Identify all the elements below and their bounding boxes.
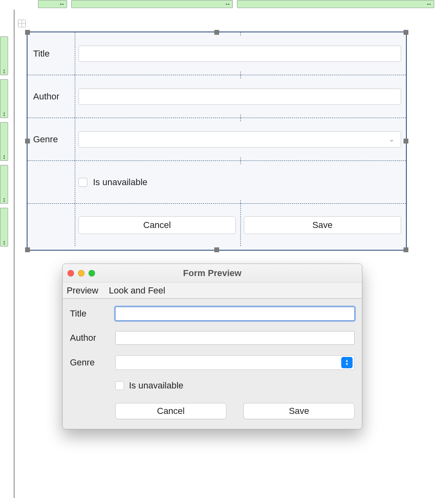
close-icon[interactable] — [68, 270, 74, 276]
row-ruler-4[interactable]: ↕ — [0, 165, 8, 204]
resize-v-icon: ↕ — [2, 110, 6, 118]
column-ruler-2[interactable]: ↔ — [71, 0, 233, 8]
unavailable-label: Is unavailable — [93, 177, 148, 188]
menu-look-and-feel[interactable]: Look and Feel — [109, 285, 165, 296]
unavailable-label: Is unavailable — [129, 380, 184, 391]
minimize-icon[interactable] — [78, 270, 85, 276]
title-label: Title — [33, 49, 50, 59]
designer-row-author[interactable]: Author — [27, 75, 406, 118]
canvas-border — [14, 10, 15, 498]
layout-icon — [18, 19, 26, 27]
designer-row-unavailable[interactable]: Is unavailable — [27, 161, 406, 204]
maximize-icon[interactable] — [89, 270, 95, 276]
row-ruler-1[interactable]: ↕ — [0, 36, 8, 75]
grid-divider — [241, 204, 241, 246]
chevron-down-icon: ⌄ — [389, 135, 394, 143]
author-label: Author — [70, 333, 115, 343]
resize-h-icon: ↔ — [59, 0, 65, 8]
row-rulers: ↕ ↕ ↕ ↕ ↕ — [0, 36, 9, 251]
window-titlebar[interactable]: Form Preview — [63, 264, 362, 283]
cancel-button[interactable]: Cancel — [115, 403, 226, 419]
row-ruler-3[interactable]: ↕ — [0, 122, 8, 161]
gui-designer-panel[interactable]: Title Author Genre ⌄ — [27, 32, 407, 251]
resize-h-icon: ↔ — [426, 0, 432, 8]
column-ruler-3[interactable]: ↔ — [237, 0, 434, 8]
window-title: Form Preview — [63, 268, 362, 279]
title-input[interactable] — [78, 46, 401, 62]
genre-select[interactable]: ⌄ — [78, 131, 401, 148]
author-label: Author — [33, 91, 59, 102]
preview-form-body: Title Author Genre Is unavailable Cancel… — [63, 299, 362, 429]
genre-label: Genre — [70, 357, 115, 368]
author-input[interactable] — [78, 89, 401, 105]
resize-v-icon: ↕ — [2, 153, 6, 160]
unavailable-checkbox[interactable] — [78, 178, 87, 187]
save-button[interactable]: Save — [243, 403, 355, 419]
cancel-button[interactable]: Cancel — [78, 216, 236, 234]
title-label: Title — [70, 308, 115, 319]
resize-v-icon: ↕ — [2, 196, 6, 203]
row-ruler-2[interactable]: ↕ — [0, 79, 8, 118]
resize-h-icon: ↔ — [224, 0, 231, 8]
row-ruler-5[interactable]: ↕ — [0, 208, 8, 247]
resize-v-icon: ↕ — [2, 239, 6, 246]
title-input[interactable] — [115, 307, 355, 321]
genre-label: Genre — [33, 134, 58, 145]
select-stepper-icon — [341, 357, 353, 368]
column-ruler-1[interactable]: ↔ — [38, 0, 67, 8]
unavailable-checkbox[interactable] — [115, 381, 124, 390]
genre-select[interactable] — [115, 355, 355, 370]
column-rulers: ↔ ↔ ↔ — [0, 0, 448, 9]
designer-row-genre[interactable]: Genre ⌄ — [27, 118, 406, 161]
form-preview-window[interactable]: Form Preview Preview Look and Feel Title… — [62, 264, 362, 429]
author-input[interactable] — [115, 331, 355, 345]
menu-preview[interactable]: Preview — [67, 285, 98, 296]
resize-v-icon: ↕ — [2, 68, 6, 75]
designer-row-title[interactable]: Title — [27, 32, 406, 75]
menubar: Preview Look and Feel — [63, 283, 362, 299]
designer-row-buttons[interactable]: Cancel Save — [27, 204, 406, 246]
save-button[interactable]: Save — [244, 216, 401, 234]
